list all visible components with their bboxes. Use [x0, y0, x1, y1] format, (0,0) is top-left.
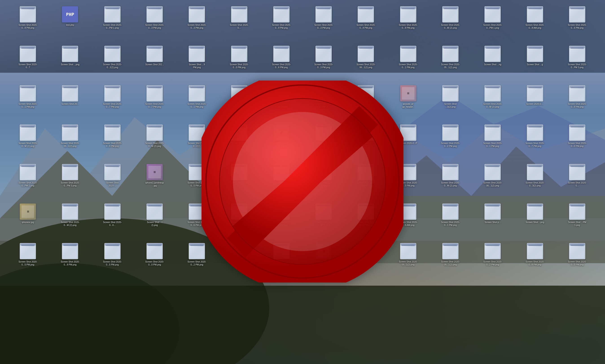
desktop-icon-12[interactable]: Screen Shot 2020-0...PM 1.png	[472, 4, 514, 44]
desktop-icon-43[interactable]: Screen Shot 2020-0...M (2).png	[7, 123, 49, 162]
desktop-icon-33[interactable]: Screen Shot 2020-0...1 PM.png	[176, 83, 218, 123]
desktop-icon-94[interactable]: Screen Shot 2020-05...1(2).png	[387, 241, 429, 281]
desktop-icon-59[interactable]: Screen Shot 2020-...	[91, 162, 133, 202]
desktop-icon-74[interactable]: Screen Shot ...t 2).png	[133, 202, 176, 241]
desktop-icon-95[interactable]: Screen Shot 2020-05...1(2).png	[429, 241, 472, 281]
desktop-icon-47[interactable]: Screen Sho 2020-0...2(2).	[176, 123, 218, 162]
desktop-icon-1[interactable]: Screen Shot 2020-0...8 PM.png	[7, 4, 49, 44]
desktop-icon-40[interactable]: Screen Shot 2020-0...M (2).png	[472, 83, 514, 123]
desktop-icon-65[interactable]: Screen Shot 2020-0...6 PM.png	[345, 162, 387, 202]
desktop-icon-61[interactable]: Screen Shot 2020-0...5 PM.png	[176, 162, 218, 202]
desktop-icon-85[interactable]: Screen Shot 2020-0...5 PM.png	[7, 241, 49, 281]
desktop-icon-53[interactable]: Screen Shot 2020-0...2 PM.png	[429, 123, 472, 162]
desktop-icon-37[interactable]: Screen Shot ...1 PM.png	[345, 83, 387, 123]
desktop-icon-13[interactable]: Screen Shot 2020-0...8 AM.png	[514, 4, 556, 44]
desktop-icon-38[interactable]: 🖼airpods_pr up_header..	[387, 83, 429, 123]
desktop-icon-98[interactable]: Screen Shot 2020-0...5 PM.png	[556, 241, 598, 281]
desktop-icon-31[interactable]: Screen Shot 2020-0...7 PM.png	[91, 83, 133, 123]
desktop-icon-48[interactable]: Screen Shot ...5 PM.png	[218, 123, 260, 162]
desktop-icon-87[interactable]: Screen Shot 2020-0...5 PM.png	[91, 241, 133, 281]
desktop-icon-28[interactable]: Screen Shot 2020-0...PM 3.png	[556, 44, 598, 83]
desktop-icon-73[interactable]: Screen Shot 2020-0...0...	[91, 202, 133, 241]
desktop-icon-23[interactable]: Screen Shot 2020-06...1(2).png	[345, 44, 387, 83]
desktop-icon-5[interactable]: Screen Shot 2020-0...3 PM.png	[176, 4, 218, 44]
desktop-icon-72[interactable]: Screen Shot 2020-0...M (2).png	[49, 202, 91, 241]
desktop-icon-35[interactable]: Screen Shot 2020-0...M (2).png	[260, 83, 303, 123]
icon-label-40: Screen Shot 2020-0...M (2).png	[482, 102, 503, 109]
desktop-icon-57[interactable]: Screen Shot 2020-0...PM 1.png	[7, 162, 49, 202]
desktop-icon-89[interactable]: Screen Shot 2020-0...2 PM.png	[176, 241, 218, 281]
desktop-icon-24[interactable]: Screen Shot 2020-0...1 PM.png	[387, 44, 429, 83]
desktop-icon-54[interactable]: Screen Shot 2020-0...1 PM.png	[472, 123, 514, 162]
desktop-icon-66[interactable]: Screen Shot 2020-0...5 PM.png	[387, 162, 429, 202]
desktop-icon-50[interactable]: Screen Shot 2020-...	[303, 123, 345, 162]
desktop-icon-7[interactable]: Screen Shot 2020-0...9 PM.png	[260, 4, 303, 44]
desktop-icon-64[interactable]: Screen Shot 2020-0...4 PM.png	[303, 162, 345, 202]
desktop-icon-46[interactable]: Screen Shot 2020-0...M (2).png	[133, 123, 176, 162]
desktop-icon-88[interactable]: Screen Shot 2020-0...0 PM.png	[133, 241, 176, 281]
desktop-icon-70[interactable]: Screen Shot 2020-0...	[556, 162, 598, 202]
desktop-icon-20[interactable]: Screen Shot 2020-0...0 PM.png	[218, 44, 260, 83]
desktop-icon-18[interactable]: Screen Shot 202...	[133, 44, 176, 83]
desktop-icon-56[interactable]: Screen Shot 2020-0...0 PM.png	[556, 123, 598, 162]
desktop-icon-2[interactable]: PHPtest.php	[49, 4, 91, 44]
desktop-icon-16[interactable]: Screen Shot ...png	[49, 44, 91, 83]
desktop-icon-11[interactable]: Screen Shot 2020-0...M (2).png	[429, 4, 472, 44]
desktop-icon-26[interactable]: Screen Shot ...ng	[472, 44, 514, 83]
desktop-icon-67[interactable]: Screen Shot 2020-0...M (2).png	[429, 162, 472, 202]
desktop-icon-91[interactable]: Screen Shot 2020-0...3 PM.png	[260, 241, 303, 281]
desktop-icon-8[interactable]: Screen Shot 2020-0...3 PM.png	[303, 4, 345, 44]
icon-label-83: Screen Shot ...png	[525, 221, 545, 224]
desktop-icon-76[interactable]: Screen Shot 2020-0...1 PM.png	[218, 202, 260, 241]
desktop-icon-36[interactable]: Screen Shot 2020-0...PM 2.	[303, 83, 345, 123]
desktop-icon-44[interactable]: Screen Shot 2020-05...1(2).png	[49, 123, 91, 162]
desktop-icon-21[interactable]: Screen Shot 2020-0...6 PM.png	[260, 44, 303, 83]
desktop-icon-25[interactable]: Screen Shot 2020-05...1(2).png	[429, 44, 472, 83]
desktop-icon-69[interactable]: Screen Shot 2020-0...3(2).png	[514, 162, 556, 202]
desktop-icon-32[interactable]: Screen Shot 2020-0...7 PM.png	[133, 83, 176, 123]
desktop-icon-86[interactable]: Screen Shot 2020-0...8 PM.png	[49, 241, 91, 281]
desktop-icon-49[interactable]: 🖼iphone11splash.jp g	[260, 123, 303, 162]
desktop-icon-41[interactable]: Screen 2020-0....	[514, 83, 556, 123]
desktop-icon-30[interactable]: Screen Shot 20...	[49, 83, 91, 123]
desktop-icon-17[interactable]: Screen Shot 2020-0...2(2).png	[91, 44, 133, 83]
desktop-icon-83[interactable]: Screen Shot ...png	[514, 202, 556, 241]
desktop-icon-60[interactable]: 🖼iphone11prolineup. jpg	[133, 162, 176, 202]
desktop-icon-6[interactable]: Screen Shot 2020-0...	[218, 4, 260, 44]
desktop-icon-63[interactable]: Scre 2020-...	[260, 162, 303, 202]
desktop-icon-77[interactable]: Screen Shot 2020-0...1 PM.png	[260, 202, 303, 241]
desktop-icon-14[interactable]: Screen Shot 2020-0...6 PM.png	[556, 4, 598, 44]
desktop-icon-62[interactable]: Screen Shot ...png	[218, 162, 260, 202]
desktop-icon-78[interactable]: Screen Shot 2020-0...M (2).png	[303, 202, 345, 241]
desktop-icon-81[interactable]: Screen Shot 2020-0...1 PM.png	[429, 202, 472, 241]
desktop-icon-52[interactable]: Screen 2020-0...P	[387, 123, 429, 162]
desktop-icon-93[interactable]: Screen Shot 2020-05...1(2).png	[345, 241, 387, 281]
desktop-icon-39[interactable]: Screen Shot ...3(2).png	[429, 83, 472, 123]
desktop-icon-92[interactable]: 🖼Over-Ear- ApplePh...edb.png	[303, 241, 345, 281]
desktop-icon-58[interactable]: Screen Shot 2020-0...PM 3.png	[49, 162, 91, 202]
desktop-icon-84[interactable]: Screen Shot ...PM 1.png	[556, 202, 598, 241]
desktop-icon-22[interactable]: Screen Shot 2020-0...3 PM.png	[303, 44, 345, 83]
desktop-icon-97[interactable]: Screen Shot 2020-0...8 PM.png	[514, 241, 556, 281]
desktop-icon-29[interactable]: Screen Shot 2020-0...1 PM.png	[7, 83, 49, 123]
desktop-icon-75[interactable]: Screen Shot 2020-0...6 PM.png	[176, 202, 218, 241]
desktop-icon-27[interactable]: Screen Shot ...g	[514, 44, 556, 83]
desktop-icon-90[interactable]: Screen Shot 2020-0...2 AM.png	[218, 241, 260, 281]
desktop-icon-68[interactable]: Screen Shot 2020-06...1(2).png	[472, 162, 514, 202]
desktop-icon-51[interactable]: Screen Shot 2020-0...9 PM.png	[345, 123, 387, 162]
desktop-icon-79[interactable]: Screen Shot 2020-0...9 PM.png	[345, 202, 387, 241]
desktop-icon-15[interactable]: Screen Shot 2020-0...7	[7, 44, 49, 83]
desktop-icon-42[interactable]: Screen Shot 2020-0...9 PM.png	[556, 83, 598, 123]
desktop-icon-10[interactable]: Screen Shot 2020-0...9 PM.png	[387, 4, 429, 44]
desktop-icon-9[interactable]: Screen Shot 2020-0...4 PM.png	[345, 4, 387, 44]
desktop-icon-3[interactable]: Screen Shot 2020-0...PM 1.png	[91, 4, 133, 44]
desktop-icon-45[interactable]: Screen Shot 2020-0...9 PM.png	[91, 123, 133, 162]
desktop-icon-55[interactable]: Screen Shot 2020-0...7 PM.png	[514, 123, 556, 162]
desktop-icon-71[interactable]: 🖼iphonexr.jpg	[7, 202, 49, 241]
desktop-icon-82[interactable]: Screen Shot p...	[472, 202, 514, 241]
desktop-icon-4[interactable]: Screen Shot 2020-0...3 PM.png	[133, 4, 176, 44]
desktop-icon-80[interactable]: Screen Shot 2020-0...6 AM.png	[387, 202, 429, 241]
desktop-icon-96[interactable]: Screen Shot 2020-0...2 PM.png	[472, 241, 514, 281]
desktop-icon-34[interactable]: Screen Shot 2020-0...M (2).png	[218, 83, 260, 123]
desktop-icon-19[interactable]: Screen Shot ...9 PM.png	[176, 44, 218, 83]
